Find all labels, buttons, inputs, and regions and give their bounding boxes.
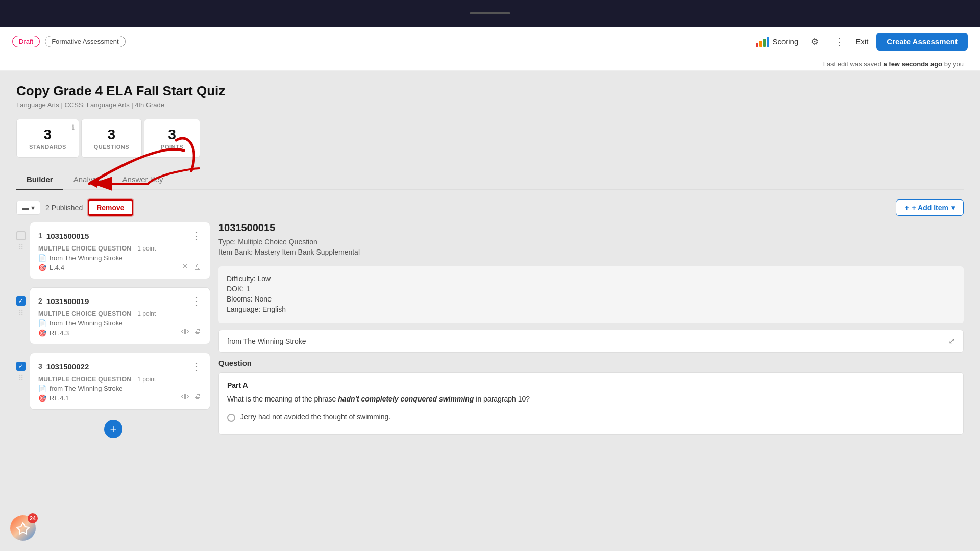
item-2-type: MULTIPLE CHOICE QUESTION <box>38 310 131 317</box>
item-card-2[interactable]: 2 1031500019 ⋮ MULTIPLE CHOICE QUESTION … <box>30 287 210 344</box>
item-2-id: 1031500019 <box>46 297 89 306</box>
item-3-header: 3 1031500022 ⋮ <box>38 360 202 372</box>
tab-analysis[interactable]: Analysis <box>63 170 112 190</box>
builder-toolbar: ▬ ▾ 2 Published Remove + + Add Item ▾ <box>16 199 964 216</box>
item-1-eye-icon[interactable]: 👁 <box>181 262 189 271</box>
item-3-doc-icon: 📄 <box>38 385 46 392</box>
item-1-points: 1 point <box>137 245 156 252</box>
standards-label: STANDARDS <box>29 144 66 150</box>
tab-answer-key[interactable]: Answer Key <box>112 170 174 190</box>
points-label: POINTS <box>157 144 187 150</box>
item-1-actions: 👁 🖨 <box>181 262 202 271</box>
item-2-more-icon[interactable]: ⋮ <box>191 295 202 307</box>
top-bar <box>0 0 980 27</box>
exit-button[interactable]: Exit <box>855 37 868 46</box>
questions-count: 3 <box>94 127 129 143</box>
item-1-doc-icon: 📄 <box>38 254 46 262</box>
add-item-button[interactable]: + + Add Item ▾ <box>896 199 964 216</box>
part-a-label: Part A <box>227 381 955 389</box>
detail-id: 1031500015 <box>218 222 964 234</box>
radio-circle-1[interactable] <box>227 414 235 422</box>
header-right: Scoring ⚙ ⋮ Exit Create Assessment <box>756 33 968 51</box>
assessment-subtitle: Language Arts | CCSS: Language Arts | 4t… <box>16 101 964 109</box>
item-2-print-icon[interactable]: 🖨 <box>193 328 202 337</box>
stats-row: ℹ 3 STANDARDS 3 QUESTIONS 3 POINTS <box>16 119 964 158</box>
item-1-standard-icon: 🎯 <box>38 264 46 271</box>
item-2-points: 1 point <box>137 310 156 317</box>
answer-text-1: Jerry had not avoided the thought of swi… <box>240 413 390 421</box>
tab-builder[interactable]: Builder <box>16 170 63 190</box>
remove-button[interactable]: Remove <box>88 199 133 216</box>
item-3-standard: 🎯 RL.4.1 <box>38 394 202 402</box>
question-section: Question Part A What is the meaning of t… <box>218 359 964 435</box>
top-bar-line <box>470 12 510 14</box>
draft-badge[interactable]: Draft <box>12 36 40 47</box>
item-2-header: 2 1031500019 ⋮ <box>38 295 202 307</box>
item-3-drag-handle[interactable]: ⠿ <box>18 374 23 382</box>
gear-icon[interactable]: ⚙ <box>806 34 823 50</box>
item-2-source: 📄 from The Winning Stroke <box>38 319 202 327</box>
toolbar-left: ▬ ▾ 2 Published Remove <box>16 199 133 216</box>
item-card-3[interactable]: 3 1031500022 ⋮ MULTIPLE CHOICE QUESTION … <box>30 353 210 410</box>
main-content: Copy Grade 4 ELA Fall Start Quiz Languag… <box>0 71 980 551</box>
header-left: Draft Formative Assessment <box>12 36 126 47</box>
item-3-eye-icon[interactable]: 👁 <box>181 393 189 402</box>
item-3-more-icon[interactable]: ⋮ <box>191 360 202 372</box>
dok-level: DOK: 1 <box>227 285 955 293</box>
question-text: What is the meaning of the phrase hadn't… <box>227 393 955 405</box>
scoring-icon <box>756 37 769 47</box>
item-1-header: 1 1031500015 ⋮ <box>38 230 202 242</box>
points-count: 3 <box>157 127 187 143</box>
question-meta-section: Type: Multiple Choice Question Item Bank… <box>218 238 964 256</box>
add-item-circle-button[interactable]: + <box>104 420 122 438</box>
blooms-level: Blooms: None <box>227 295 955 303</box>
plus-icon: + <box>904 204 909 212</box>
right-panel: 1031500015 Type: Multiple Choice Questio… <box>218 222 964 441</box>
item-3-standard-icon: 🎯 <box>38 394 46 402</box>
item-2-drag-handle[interactable]: ⠿ <box>18 309 23 317</box>
item-3-checkbox[interactable]: ✓ <box>16 362 26 371</box>
formative-badge[interactable]: Formative Assessment <box>45 36 126 47</box>
tabs-bar: Builder Analysis Answer Key <box>16 170 964 190</box>
svg-marker-2 <box>17 523 29 534</box>
item-2-doc-icon: 📄 <box>38 319 46 327</box>
item-2-checkbox[interactable]: ✓ <box>16 296 26 306</box>
item-3-source: 📄 from The Winning Stroke <box>38 385 202 392</box>
passage-box: from The Winning Stroke ⤢ <box>218 330 964 353</box>
item-1-number: 1 <box>38 232 42 240</box>
item-3-print-icon[interactable]: 🖨 <box>193 393 202 402</box>
item-1-standard: 🎯 L.4.4 <box>38 264 202 271</box>
item-3-type: MULTIPLE CHOICE QUESTION <box>38 375 131 383</box>
question-box: Part A What is the meaning of the phrase… <box>218 372 964 435</box>
collapse-button[interactable]: ▬ ▾ <box>16 201 40 215</box>
item-1-checkbox[interactable] <box>16 231 26 240</box>
passage-expand-icon[interactable]: ⤢ <box>948 336 955 346</box>
mastery-badge[interactable]: 24 <box>10 515 36 541</box>
item-1-source: 📄 from The Winning Stroke <box>38 254 202 262</box>
more-options-icon[interactable]: ⋮ <box>831 34 847 50</box>
standards-stat: ℹ 3 STANDARDS <box>16 119 79 158</box>
scoring-button[interactable]: Scoring <box>756 37 798 47</box>
item-3-id: 1031500022 <box>46 362 89 371</box>
item-card-1[interactable]: 1 1031500015 ⋮ MULTIPLE CHOICE QUESTION … <box>30 222 210 279</box>
item-2-eye-icon[interactable]: 👁 <box>181 328 189 337</box>
item-3-actions: 👁 🖨 <box>181 393 202 402</box>
item-3-points: 1 point <box>137 375 156 383</box>
item-3-number: 3 <box>38 362 42 370</box>
standards-info-icon[interactable]: ℹ <box>72 123 75 131</box>
answer-option-1: Jerry had not avoided the thought of swi… <box>227 413 955 422</box>
difficulty-level: Difficulty: Low <box>227 274 955 283</box>
two-column-layout: ⠿ 1 1031500015 ⋮ MULTIPLE CHOICE QUESTIO… <box>16 222 964 441</box>
mastery-logo-icon <box>16 521 30 535</box>
item-1-more-icon[interactable]: ⋮ <box>191 230 202 242</box>
item-1-drag-handle[interactable]: ⠿ <box>18 243 23 252</box>
item-2-standard: 🎯 RL.4.3 <box>38 329 202 337</box>
chevron-down-icon: ▾ <box>31 204 35 212</box>
detail-item-bank: Item Bank: Mastery Item Bank Supplementa… <box>218 248 964 256</box>
item-1-id: 1031500015 <box>46 232 89 240</box>
create-assessment-button[interactable]: Create Assessment <box>876 33 968 51</box>
collapse-icon: ▬ <box>22 204 29 212</box>
item-1-print-icon[interactable]: 🖨 <box>193 262 202 271</box>
item-1-type: MULTIPLE CHOICE QUESTION <box>38 245 131 252</box>
standards-count: 3 <box>29 127 66 143</box>
